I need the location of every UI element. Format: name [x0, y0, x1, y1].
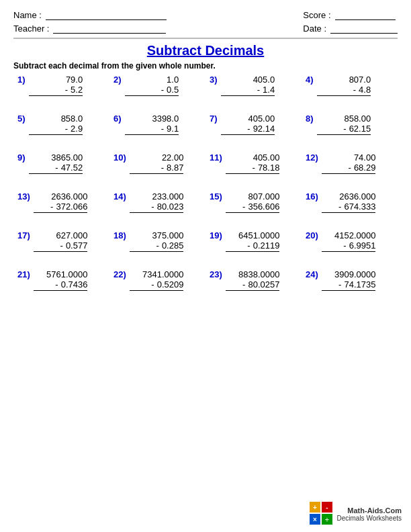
minus-sign: - [338, 279, 341, 290]
problem-top: 858.00 [317, 114, 371, 124]
minus-sign: - [343, 240, 346, 251]
problem-bottom-row: - 47.52 [29, 163, 83, 173]
problem-top: 74.00 [322, 152, 375, 163]
problem-block: 17) 627.000 - 0.577 [13, 228, 109, 267]
problem-number: 1) [17, 75, 26, 85]
problem-answer [322, 291, 375, 300]
teacher-line [53, 23, 166, 34]
problem-top: 375.000 [130, 230, 183, 240]
date-label: Date : [303, 24, 326, 34]
problem-bottom: 356.606 [248, 202, 279, 212]
problem-answer [221, 96, 275, 105]
problem-bottom-row: - 62.15 [317, 124, 371, 134]
minus-sign: - [353, 85, 356, 95]
problem-answer [322, 252, 375, 261]
problem-number: 4) [306, 75, 314, 85]
page-title: Subtract Decimals [13, 43, 398, 58]
name-line [46, 9, 167, 20]
minus-sign: - [161, 163, 164, 173]
problem-top: 1.0 [125, 75, 179, 85]
minus-sign: - [343, 124, 346, 134]
problem-bottom-row: - 74.1735 [322, 279, 375, 290]
problem-math: 807.000 - 356.606 [226, 191, 279, 222]
problem-bottom-row: - 1.4 [221, 85, 275, 95]
problem-answer [34, 291, 87, 300]
problem-top: 627.000 [34, 230, 87, 240]
minus-sign: - [253, 163, 255, 173]
minus-sign: - [242, 279, 245, 290]
problem-math: 3865.00 - 47.52 [29, 152, 83, 183]
svg-text:÷: ÷ [326, 516, 330, 523]
problem-bottom: 0.577 [66, 240, 88, 251]
problem-bottom-row: - 2.9 [29, 124, 83, 134]
problem-bottom-row: - 0.7436 [34, 279, 87, 290]
problem-block: 22) 7341.0000 - 0.5209 [109, 267, 205, 306]
minus-sign: - [65, 124, 68, 134]
problem-math: 7341.0000 - 0.5209 [130, 269, 183, 300]
problem-math: 858.0 - 2.9 [29, 114, 83, 144]
minus-sign: - [257, 85, 260, 95]
problem-bottom: 0.5 [167, 85, 179, 95]
problem-answer [317, 96, 371, 105]
problem-math: 22.00 - 8.87 [130, 152, 183, 183]
svg-text:×: × [314, 516, 318, 523]
problem-answer [226, 252, 279, 261]
minus-sign: - [338, 202, 341, 212]
problem-block: 20) 4152.0000 - 6.9951 [302, 228, 398, 267]
problem-block: 10) 22.00 - 8.87 [109, 150, 205, 189]
problem-math: 405.00 - 92.14 [221, 114, 275, 144]
problem-top: 3909.0000 [322, 269, 375, 279]
problem-bottom-row: - 4.8 [317, 85, 371, 95]
problem-answer [130, 252, 183, 261]
minus-sign: - [151, 279, 154, 290]
problem-block: 14) 233.000 - 80.023 [109, 189, 205, 228]
svg-text:-: - [326, 504, 328, 511]
problem-number: 8) [306, 114, 314, 124]
problem-top: 807.0 [317, 75, 371, 85]
problem-number: 6) [113, 114, 122, 124]
problem-bottom-row: - 78.18 [226, 163, 279, 173]
problem-math: 3909.0000 - 74.1735 [322, 269, 375, 300]
problem-top: 405.00 [221, 114, 275, 124]
problem-bottom: 2.9 [71, 124, 83, 134]
problem-answer [125, 135, 179, 144]
problem-math: 5761.0000 - 0.7436 [34, 269, 87, 300]
problem-block: 1) 79.0 - 5.2 [13, 72, 109, 111]
problem-bottom: 9.1 [167, 124, 179, 134]
problem-answer [34, 252, 87, 261]
problem-bottom-row: - 5.2 [29, 85, 83, 95]
problem-math: 375.000 - 0.285 [130, 230, 183, 261]
problem-math: 405.0 - 1.4 [221, 75, 275, 105]
problem-math: 74.00 - 68.29 [322, 152, 375, 183]
problem-answer [29, 135, 83, 144]
minus-sign: - [50, 202, 53, 212]
problem-number: 18) [113, 230, 126, 240]
problem-number: 14) [113, 191, 126, 202]
teacher-row: Teacher : [13, 23, 167, 34]
problem-math: 627.000 - 0.577 [34, 230, 87, 261]
problem-bottom: 62.15 [349, 124, 371, 134]
problem-block: 12) 74.00 - 68.29 [302, 150, 398, 189]
problem-block: 5) 858.0 - 2.9 [13, 111, 109, 150]
problem-number: 7) [210, 114, 218, 124]
problem-top: 22.00 [130, 152, 183, 163]
problem-number: 2) [113, 75, 122, 85]
problem-bottom: 68.29 [354, 163, 376, 173]
problem-answer [322, 174, 375, 183]
problem-bottom-row: - 8.87 [130, 163, 183, 173]
problems-grid: 1) 79.0 - 5.2 2) 1.0 - 0.5 [13, 72, 398, 306]
minus-sign: - [349, 163, 351, 173]
problem-bottom: 80.023 [157, 202, 184, 212]
score-label: Score : [303, 10, 330, 20]
minus-sign: - [65, 85, 68, 95]
problem-answer [34, 213, 87, 222]
problem-bottom-row: - 0.577 [34, 240, 87, 251]
page: Name : Teacher : Score : Date : Subtract… [0, 0, 411, 532]
problem-answer [130, 291, 183, 300]
problem-math: 233.000 - 80.023 [130, 191, 183, 222]
score-row: Score : [303, 9, 398, 20]
problem-bottom: 372.066 [56, 202, 87, 212]
problem-block: 9) 3865.00 - 47.52 [13, 150, 109, 189]
minus-sign: - [151, 202, 154, 212]
problem-bottom-row: - 674.333 [322, 202, 375, 212]
